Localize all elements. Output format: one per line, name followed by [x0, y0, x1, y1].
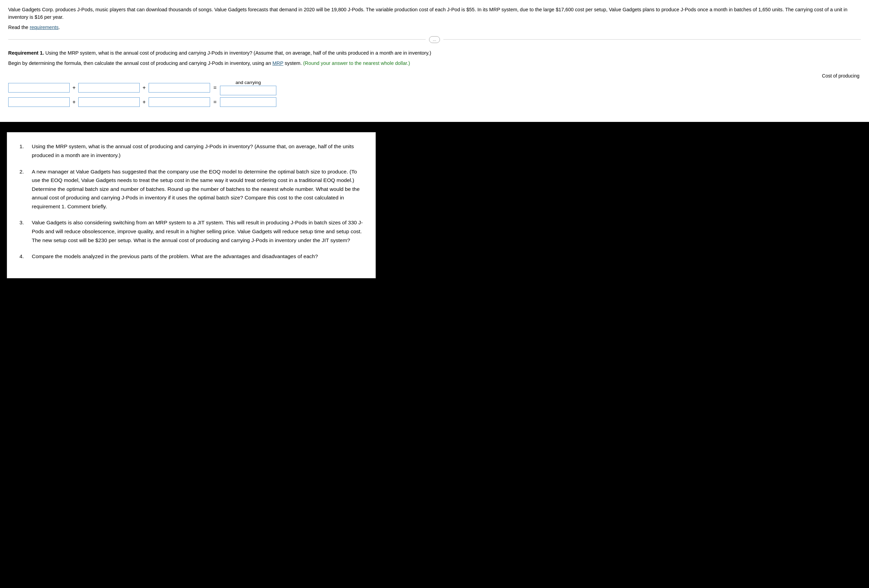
- formula-result-1[interactable]: [220, 86, 276, 95]
- requirement-label: Requirement 1.: [8, 50, 44, 56]
- equals-operator-1: =: [214, 85, 217, 91]
- req-item-1: 1. Using the MRP system, what is the ann…: [19, 142, 363, 160]
- right-side-labels: Cost of producing: [822, 73, 859, 78]
- formula-input-1c[interactable]: [148, 83, 210, 93]
- formula-area: Cost of producing + + = and carrying +: [8, 73, 861, 107]
- requirements-link[interactable]: requirements: [30, 25, 59, 30]
- requirement-section: Requirement 1. Using the MRP system, wha…: [8, 49, 861, 107]
- req-number-3: 3.: [19, 218, 32, 227]
- req-text-4: Compare the models analyzed in the previ…: [32, 252, 318, 261]
- mrp-link[interactable]: MRP: [273, 61, 283, 66]
- plus-operator-3: +: [73, 99, 76, 105]
- formula-input-2c[interactable]: [148, 97, 210, 107]
- divider: ...: [8, 36, 861, 43]
- formula-row-2: + + =: [8, 97, 861, 107]
- read-line: Read the requirements.: [8, 25, 861, 30]
- cost-of-producing-label: Cost of producing: [822, 73, 859, 78]
- green-note: (Round your answer to the nearest whole …: [303, 61, 410, 66]
- problem-description: Value Gadgets Corp. produces J-Pods, mus…: [8, 6, 861, 21]
- requirement-title: Requirement 1. Using the MRP system, wha…: [8, 49, 861, 57]
- req-item-2: 2. A new manager at Value Gadgets has su…: [19, 167, 363, 211]
- requirements-box: 1. Using the MRP system, what is the ann…: [7, 132, 376, 278]
- divider-line-right: [443, 39, 861, 40]
- instruction2: system.: [285, 61, 302, 66]
- instruction-line: Begin by determining the formula, then c…: [8, 60, 861, 67]
- requirement-title-text: Using the MRP system, what is the annual…: [44, 50, 431, 56]
- period: .: [59, 25, 60, 30]
- instruction-text: Begin by determining the formula, then c…: [8, 61, 271, 66]
- formula-label-row: Cost of producing: [8, 73, 859, 78]
- read-text: Read the: [8, 25, 28, 30]
- plus-operator-2: +: [142, 85, 145, 91]
- divider-line-left: [8, 39, 426, 40]
- formula-input-2a[interactable]: [8, 97, 70, 107]
- equals-operator-2: =: [214, 99, 217, 105]
- req-number-2: 2.: [19, 167, 32, 176]
- req-item-4: 4. Compare the models analyzed in the pr…: [19, 252, 363, 261]
- bottom-section: 1. Using the MRP system, what is the ann…: [0, 122, 869, 288]
- requirements-list: 1. Using the MRP system, what is the ann…: [19, 142, 363, 261]
- divider-dots: ...: [429, 36, 440, 43]
- req-number-4: 4.: [19, 252, 32, 261]
- plus-operator-4: +: [142, 99, 145, 105]
- formula-input-2b[interactable]: [78, 97, 140, 107]
- top-section: Value Gadgets Corp. produces J-Pods, mus…: [0, 0, 869, 122]
- req-text-3: Value Gadgets is also considering switch…: [32, 218, 363, 244]
- plus-operator-1: +: [73, 85, 76, 91]
- formula-input-1a[interactable]: [8, 83, 70, 93]
- req-text-2: A new manager at Value Gadgets has sugge…: [32, 167, 363, 211]
- req-number-1: 1.: [19, 142, 32, 151]
- formula-row-1: + + = and carrying: [8, 80, 861, 95]
- req-item-3: 3. Value Gadgets is also considering swi…: [19, 218, 363, 244]
- formula-result-2[interactable]: [220, 97, 276, 107]
- and-carrying-label: and carrying: [235, 80, 261, 85]
- req-text-1: Using the MRP system, what is the annual…: [32, 142, 363, 160]
- formula-input-1b[interactable]: [78, 83, 140, 93]
